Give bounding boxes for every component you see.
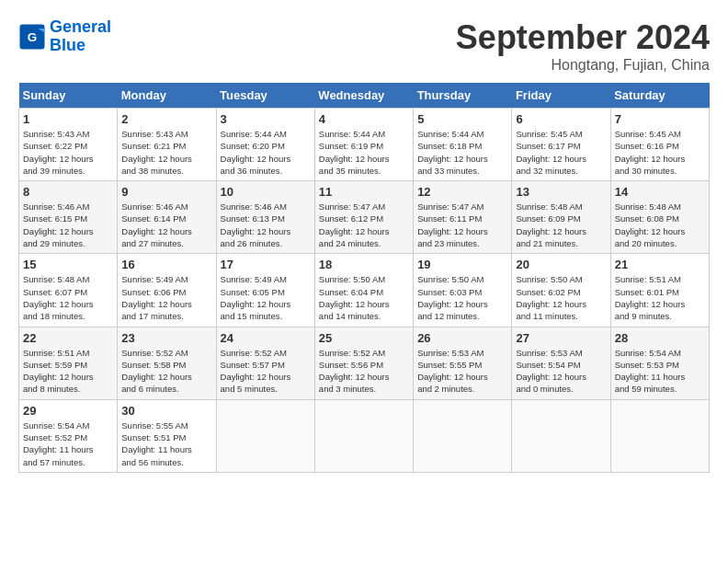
- day-cell-26: 26Sunrise: 5:53 AMSunset: 5:55 PMDayligh…: [414, 327, 512, 399]
- day-info: Sunrise: 5:46 AMSunset: 6:14 PMDaylight:…: [121, 201, 211, 249]
- day-number: 15: [23, 258, 113, 271]
- weekday-header-tuesday: Tuesday: [216, 83, 314, 109]
- day-cell-30: 30Sunrise: 5:55 AMSunset: 5:51 PMDayligh…: [118, 399, 216, 472]
- empty-cell: [314, 399, 413, 472]
- day-number: 11: [319, 185, 409, 199]
- day-number: 14: [615, 185, 705, 199]
- day-cell-14: 14Sunrise: 5:48 AMSunset: 6:08 PMDayligh…: [610, 181, 709, 254]
- day-number: 13: [516, 185, 606, 199]
- logo: G General Blue: [18, 18, 111, 55]
- day-number: 16: [121, 258, 211, 271]
- page-header: G General Blue September 2024 Hongtang, …: [18, 18, 710, 74]
- day-cell-28: 28Sunrise: 5:54 AMSunset: 5:53 PMDayligh…: [610, 327, 709, 399]
- day-number: 20: [516, 258, 606, 271]
- day-cell-15: 15Sunrise: 5:48 AMSunset: 6:07 PMDayligh…: [19, 254, 118, 327]
- day-number: 10: [221, 185, 311, 199]
- day-number: 4: [319, 112, 409, 126]
- day-info: Sunrise: 5:44 AMSunset: 6:19 PMDaylight:…: [319, 128, 409, 177]
- day-number: 17: [221, 258, 311, 271]
- day-info: Sunrise: 5:45 AMSunset: 6:17 PMDaylight:…: [516, 128, 606, 177]
- day-info: Sunrise: 5:53 AMSunset: 5:55 PMDaylight:…: [417, 347, 507, 396]
- day-cell-9: 9Sunrise: 5:46 AMSunset: 6:14 PMDaylight…: [118, 181, 216, 254]
- day-number: 23: [121, 331, 211, 345]
- day-cell-5: 5Sunrise: 5:44 AMSunset: 6:18 PMDaylight…: [414, 109, 512, 181]
- day-number: 3: [221, 112, 311, 126]
- day-info: Sunrise: 5:49 AMSunset: 6:06 PMDaylight:…: [121, 273, 211, 322]
- week-row-5: 29Sunrise: 5:54 AMSunset: 5:52 PMDayligh…: [19, 399, 710, 472]
- empty-cell: [216, 399, 314, 472]
- day-info: Sunrise: 5:54 AMSunset: 5:52 PMDaylight:…: [23, 419, 113, 468]
- day-cell-24: 24Sunrise: 5:52 AMSunset: 5:57 PMDayligh…: [216, 327, 314, 399]
- day-number: 25: [319, 331, 409, 345]
- day-info: Sunrise: 5:46 AMSunset: 6:15 PMDaylight:…: [23, 201, 113, 249]
- day-cell-13: 13Sunrise: 5:48 AMSunset: 6:09 PMDayligh…: [512, 181, 610, 254]
- weekday-header-friday: Friday: [512, 83, 610, 109]
- day-number: 24: [221, 331, 311, 345]
- day-cell-29: 29Sunrise: 5:54 AMSunset: 5:52 PMDayligh…: [19, 399, 118, 472]
- day-info: Sunrise: 5:52 AMSunset: 5:57 PMDaylight:…: [221, 347, 311, 396]
- week-row-3: 15Sunrise: 5:48 AMSunset: 6:07 PMDayligh…: [19, 254, 710, 327]
- month-title: September 2024: [456, 18, 710, 57]
- logo-icon: G: [18, 23, 46, 51]
- day-info: Sunrise: 5:49 AMSunset: 6:05 PMDaylight:…: [221, 273, 311, 322]
- day-cell-20: 20Sunrise: 5:50 AMSunset: 6:02 PMDayligh…: [512, 254, 610, 327]
- day-info: Sunrise: 5:52 AMSunset: 5:58 PMDaylight:…: [121, 347, 211, 396]
- location-title: Hongtang, Fujian, China: [456, 57, 710, 74]
- day-number: 8: [23, 185, 113, 199]
- day-number: 18: [319, 258, 409, 271]
- day-number: 21: [615, 258, 705, 271]
- day-info: Sunrise: 5:46 AMSunset: 6:13 PMDaylight:…: [221, 201, 311, 249]
- day-cell-10: 10Sunrise: 5:46 AMSunset: 6:13 PMDayligh…: [216, 181, 314, 254]
- day-number: 29: [23, 404, 113, 418]
- week-row-1: 1Sunrise: 5:43 AMSunset: 6:22 PMDaylight…: [19, 109, 710, 181]
- day-number: 2: [121, 112, 211, 126]
- day-info: Sunrise: 5:44 AMSunset: 6:18 PMDaylight:…: [417, 128, 507, 177]
- day-info: Sunrise: 5:50 AMSunset: 6:04 PMDaylight:…: [319, 273, 409, 322]
- day-number: 19: [417, 258, 507, 271]
- day-info: Sunrise: 5:54 AMSunset: 5:53 PMDaylight:…: [615, 347, 705, 396]
- day-number: 5: [417, 112, 507, 126]
- day-cell-1: 1Sunrise: 5:43 AMSunset: 6:22 PMDaylight…: [19, 109, 118, 181]
- day-cell-8: 8Sunrise: 5:46 AMSunset: 6:15 PMDaylight…: [19, 181, 118, 254]
- day-number: 1: [23, 112, 113, 126]
- day-cell-27: 27Sunrise: 5:53 AMSunset: 5:54 PMDayligh…: [512, 327, 610, 399]
- weekday-header-monday: Monday: [118, 83, 216, 109]
- day-info: Sunrise: 5:47 AMSunset: 6:11 PMDaylight:…: [417, 201, 507, 249]
- day-info: Sunrise: 5:43 AMSunset: 6:22 PMDaylight:…: [23, 128, 113, 177]
- day-cell-22: 22Sunrise: 5:51 AMSunset: 5:59 PMDayligh…: [19, 327, 118, 399]
- day-info: Sunrise: 5:55 AMSunset: 5:51 PMDaylight:…: [121, 419, 211, 468]
- day-number: 6: [516, 112, 606, 126]
- day-cell-23: 23Sunrise: 5:52 AMSunset: 5:58 PMDayligh…: [118, 327, 216, 399]
- day-cell-3: 3Sunrise: 5:44 AMSunset: 6:20 PMDaylight…: [216, 109, 314, 181]
- day-info: Sunrise: 5:47 AMSunset: 6:12 PMDaylight:…: [319, 201, 409, 249]
- day-info: Sunrise: 5:43 AMSunset: 6:21 PMDaylight:…: [121, 128, 211, 177]
- day-number: 12: [417, 185, 507, 199]
- day-info: Sunrise: 5:50 AMSunset: 6:03 PMDaylight:…: [417, 273, 507, 322]
- day-info: Sunrise: 5:53 AMSunset: 5:54 PMDaylight:…: [516, 347, 606, 396]
- day-info: Sunrise: 5:51 AMSunset: 5:59 PMDaylight:…: [23, 347, 113, 396]
- title-block: September 2024 Hongtang, Fujian, China: [456, 18, 710, 74]
- day-info: Sunrise: 5:48 AMSunset: 6:08 PMDaylight:…: [615, 201, 705, 249]
- day-info: Sunrise: 5:51 AMSunset: 6:01 PMDaylight:…: [615, 273, 705, 322]
- day-info: Sunrise: 5:44 AMSunset: 6:20 PMDaylight:…: [221, 128, 311, 177]
- empty-cell: [512, 399, 610, 472]
- svg-text:G: G: [28, 29, 38, 43]
- empty-cell: [414, 399, 512, 472]
- day-info: Sunrise: 5:45 AMSunset: 6:16 PMDaylight:…: [615, 128, 705, 177]
- day-cell-18: 18Sunrise: 5:50 AMSunset: 6:04 PMDayligh…: [314, 254, 413, 327]
- day-cell-12: 12Sunrise: 5:47 AMSunset: 6:11 PMDayligh…: [414, 181, 512, 254]
- day-number: 22: [23, 331, 113, 345]
- day-cell-21: 21Sunrise: 5:51 AMSunset: 6:01 PMDayligh…: [610, 254, 709, 327]
- day-cell-2: 2Sunrise: 5:43 AMSunset: 6:21 PMDaylight…: [118, 109, 216, 181]
- weekday-header-row: SundayMondayTuesdayWednesdayThursdayFrid…: [19, 83, 710, 109]
- day-cell-4: 4Sunrise: 5:44 AMSunset: 6:19 PMDaylight…: [314, 109, 413, 181]
- weekday-header-sunday: Sunday: [19, 83, 118, 109]
- day-number: 26: [417, 331, 507, 345]
- day-number: 27: [516, 331, 606, 345]
- day-info: Sunrise: 5:52 AMSunset: 5:56 PMDaylight:…: [319, 347, 409, 396]
- day-cell-16: 16Sunrise: 5:49 AMSunset: 6:06 PMDayligh…: [118, 254, 216, 327]
- day-cell-25: 25Sunrise: 5:52 AMSunset: 5:56 PMDayligh…: [314, 327, 413, 399]
- day-info: Sunrise: 5:50 AMSunset: 6:02 PMDaylight:…: [516, 273, 606, 322]
- day-number: 30: [121, 404, 211, 418]
- day-number: 28: [615, 331, 705, 345]
